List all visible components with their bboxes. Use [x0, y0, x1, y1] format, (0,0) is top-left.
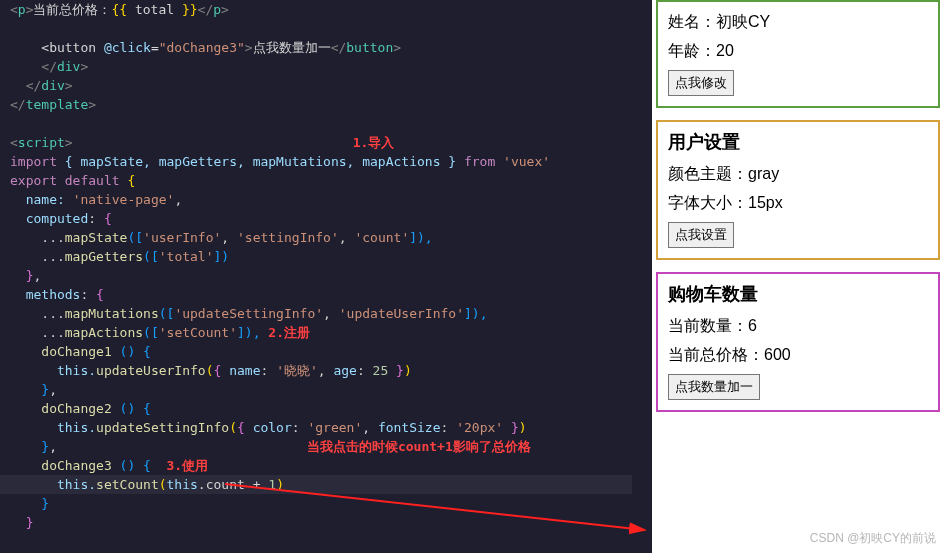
code-line: computed: {	[10, 209, 642, 228]
user-info-panel: 姓名：初映CY 年龄：20 点我修改	[656, 0, 940, 108]
theme-row: 颜色主题：gray	[668, 164, 928, 185]
code-line: <script>1.导入	[10, 133, 642, 152]
name-row: 姓名：初映CY	[668, 12, 928, 33]
code-line: <p>当前总价格：{{ total }}</p>	[10, 0, 642, 19]
code-line: ...mapState(['userInfo', 'settingInfo', …	[10, 228, 642, 247]
preview-pane: 姓名：初映CY 年龄：20 点我修改 用户设置 颜色主题：gray 字体大小：1…	[652, 0, 944, 553]
age-row: 年龄：20	[668, 41, 928, 62]
qty-row: 当前数量：6	[668, 316, 928, 337]
code-line: ...mapMutations(['updateSettingInfo', 'u…	[10, 304, 642, 323]
code-line: ...mapActions(['setCount']), 2.注册	[10, 323, 642, 342]
code-line: },	[10, 266, 642, 285]
code-line: export default {	[10, 171, 642, 190]
code-line: doChange1 () {	[10, 342, 642, 361]
panel-title: 购物车数量	[668, 282, 928, 306]
code-line: methods: {	[10, 285, 642, 304]
code-line	[10, 114, 642, 133]
code-line: doChange2 () {	[10, 399, 642, 418]
code-line: }	[10, 494, 642, 513]
annotation-import: 1.导入	[353, 135, 395, 150]
modify-button[interactable]: 点我修改	[668, 70, 734, 96]
code-line: ...mapGetters(['total'])	[10, 247, 642, 266]
code-line: </div>	[10, 76, 642, 95]
code-line: this.updateSettingInfo({ color: 'green',…	[10, 418, 642, 437]
panel-title: 用户设置	[668, 130, 928, 154]
code-line: </div>	[10, 57, 642, 76]
code-line: },当我点击的时候count+1影响了总价格	[10, 437, 642, 456]
code-line: import { mapState, mapGetters, mapMutati…	[10, 152, 642, 171]
code-editor-pane: <p>当前总价格：{{ total }}</p> <button @click=…	[0, 0, 652, 553]
increment-qty-button[interactable]: 点我数量加一	[668, 374, 760, 400]
code-line: <button @click="doChange3">点我数量加一</butto…	[10, 38, 642, 57]
user-settings-panel: 用户设置 颜色主题：gray 字体大小：15px 点我设置	[656, 120, 940, 260]
cart-panel: 购物车数量 当前数量：6 当前总价格：600 点我数量加一	[656, 272, 940, 412]
settings-button[interactable]: 点我设置	[668, 222, 734, 248]
annotation-use: 3.使用	[167, 458, 209, 473]
total-row: 当前总价格：600	[668, 345, 928, 366]
code-line: name: 'native-page',	[10, 190, 642, 209]
code-line: </template>	[10, 95, 642, 114]
code-line: }	[10, 513, 642, 532]
code-line: },	[10, 380, 642, 399]
font-row: 字体大小：15px	[668, 193, 928, 214]
code-line: this.updateUserInfo({ name: '晓晓', age: 2…	[10, 361, 642, 380]
annotation-register: 2.注册	[268, 325, 310, 340]
code-line	[10, 19, 642, 38]
watermark: CSDN @初映CY的前说	[810, 530, 936, 547]
annotation-count-comment: 当我点击的时候count+1影响了总价格	[307, 439, 531, 454]
code-line: doChange3 () { 3.使用	[10, 456, 642, 475]
code-line-highlighted[interactable]: this.setCount(this.count + 1)	[0, 475, 632, 494]
